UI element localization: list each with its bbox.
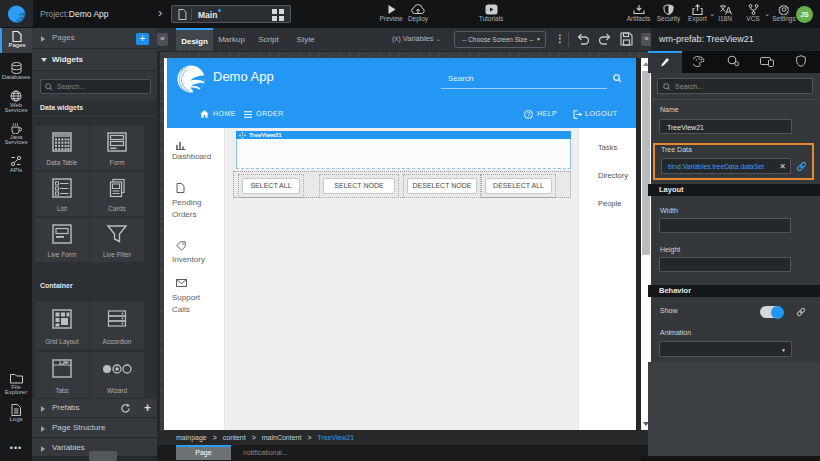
svg-text:?: ? bbox=[527, 111, 531, 118]
